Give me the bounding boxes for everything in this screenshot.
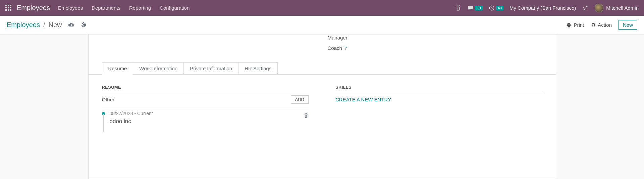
activities-icon[interactable]: 40 — [489, 5, 503, 11]
tab-private-information[interactable]: Private Information — [183, 62, 238, 74]
resume-column: RESUME Other ADD 08/27/2023 - Current od… — [102, 85, 309, 125]
save-cloud-icon[interactable] — [68, 22, 75, 28]
coach-field[interactable]: Coach ? — [328, 45, 542, 51]
print-label: Print — [574, 22, 584, 28]
help-icon[interactable]: ? — [345, 46, 347, 50]
company-switcher[interactable]: My Company (San Francisco) — [509, 5, 576, 11]
tab-resume[interactable]: Resume — [102, 62, 133, 75]
form-sheet: Manager Coach ? Resume Work Information … — [88, 34, 556, 179]
delete-resume-item-button[interactable] — [304, 113, 309, 118]
timeline-line — [103, 114, 104, 131]
apps-icon[interactable] — [5, 5, 12, 11]
nav-departments[interactable]: Departments — [92, 5, 120, 11]
breadcrumb-root[interactable]: Employees — [7, 21, 40, 29]
nav-reporting[interactable]: Reporting — [129, 5, 151, 11]
messages-badge: 13 — [475, 6, 482, 10]
add-resume-button[interactable]: ADD — [291, 95, 309, 104]
resume-item-title: odoo inc — [110, 118, 300, 125]
breadcrumb-current: New — [49, 21, 62, 29]
nav-employees[interactable]: Employees — [58, 5, 83, 11]
nav-configuration[interactable]: Configuration — [160, 5, 190, 11]
trash-icon — [304, 113, 309, 118]
discard-icon[interactable] — [81, 22, 87, 28]
app-brand[interactable]: Employees — [17, 4, 50, 12]
tab-hr-settings[interactable]: HR Settings — [238, 62, 278, 74]
manager-field[interactable]: Manager — [328, 35, 542, 40]
breadcrumb: Employees / New — [7, 21, 566, 29]
control-bar: Employees / New Print Action — [0, 16, 644, 34]
username: Mitchell Admin — [606, 5, 639, 11]
print-button[interactable]: Print — [566, 22, 584, 28]
new-button[interactable]: New — [619, 20, 637, 30]
phone-icon[interactable] — [455, 5, 462, 11]
skills-section-title: SKILLS — [335, 85, 542, 92]
print-icon — [566, 22, 572, 28]
coach-label: Coach — [328, 45, 342, 51]
top-navbar: Employees Employees Departments Reportin… — [0, 0, 644, 16]
activities-badge: 40 — [496, 6, 503, 10]
resume-item[interactable]: 08/27/2023 - Current odoo inc — [102, 107, 309, 125]
svg-rect-0 — [457, 7, 460, 10]
tabs: Resume Work Information Private Informat… — [89, 62, 556, 75]
gear-icon — [591, 22, 596, 27]
tab-content: RESUME Other ADD 08/27/2023 - Current od… — [89, 75, 556, 125]
create-skill-link[interactable]: CREATE A NEW ENTRY — [335, 92, 391, 102]
messages-icon[interactable]: 13 — [468, 5, 482, 11]
resume-group-header: Other ADD — [102, 92, 309, 107]
action-label: Action — [598, 22, 612, 28]
main-content: Manager Coach ? Resume Work Information … — [0, 34, 644, 179]
resume-group-name: Other — [102, 97, 115, 102]
user-menu[interactable]: Mitchell Admin — [595, 4, 639, 12]
resume-item-date: 08/27/2023 - Current — [110, 111, 300, 116]
breadcrumb-sep: / — [43, 21, 45, 29]
skills-column: SKILLS CREATE A NEW ENTRY — [335, 85, 542, 125]
manager-label: Manager — [328, 35, 347, 40]
debug-icon[interactable] — [582, 5, 589, 11]
tab-work-information[interactable]: Work Information — [133, 62, 184, 74]
avatar — [595, 4, 603, 12]
resume-section-title: RESUME — [102, 85, 309, 92]
action-button[interactable]: Action — [591, 22, 612, 28]
